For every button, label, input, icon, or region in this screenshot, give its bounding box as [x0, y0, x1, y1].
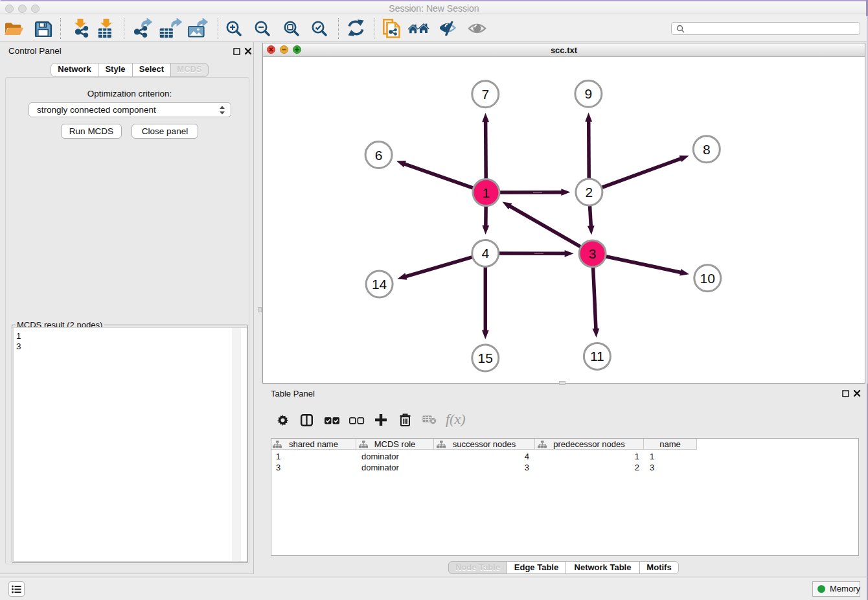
svg-text:9: 9: [585, 86, 593, 101]
svg-text:2: 2: [586, 185, 593, 200]
svg-text:14: 14: [372, 277, 387, 292]
svg-text:6: 6: [375, 148, 383, 163]
svg-text:8: 8: [703, 142, 711, 157]
svg-text:11: 11: [590, 349, 604, 363]
svg-text:15: 15: [478, 351, 493, 365]
svg-text:4: 4: [481, 246, 489, 260]
svg-text:1: 1: [483, 185, 490, 200]
svg-text:10: 10: [700, 271, 715, 286]
svg-text:7: 7: [481, 87, 489, 102]
svg-text:3: 3: [589, 246, 597, 261]
